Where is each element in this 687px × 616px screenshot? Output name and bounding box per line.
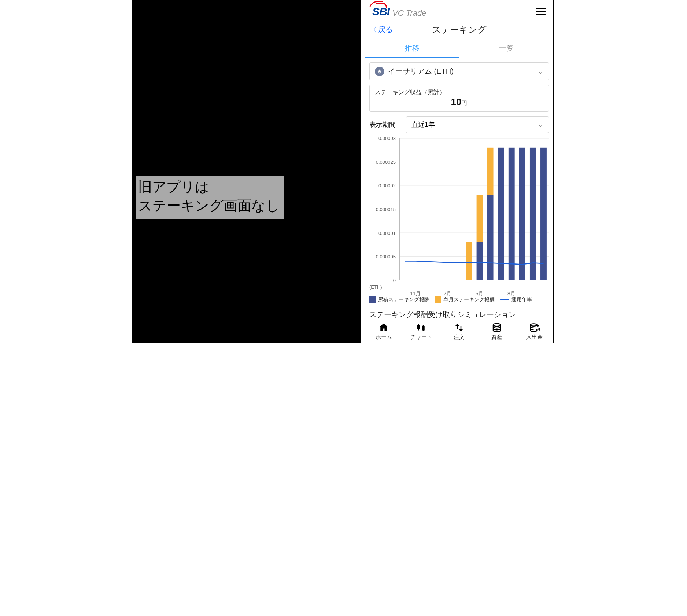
chevron-down-icon: ⌄ (538, 121, 543, 129)
nav-chart[interactable]: チャート (403, 320, 440, 343)
back-label: 戻る (378, 25, 393, 34)
new-app-panel: SBI VC Trade 〈 戻る ステーキング (365, 0, 554, 343)
candlestick-icon (403, 322, 440, 333)
svg-rect-8 (477, 242, 483, 280)
revenue-value: 10円 (375, 96, 543, 108)
app-header: SBI VC Trade (365, 0, 553, 22)
asset-name: イーサリアム (ETH) (388, 66, 534, 76)
svg-point-18 (530, 324, 537, 326)
chart-unit: (ETH) (369, 284, 382, 290)
note-line1: 旧アプリは (138, 178, 280, 196)
nav-order[interactable]: 注文 (440, 320, 478, 343)
ethereum-icon (375, 67, 384, 76)
logo-sub: VC Trade (392, 8, 426, 18)
svg-rect-14 (519, 148, 525, 280)
chart-legend: 累積ステーキング報酬 単月ステーキング報酬 運用年率 (369, 296, 549, 303)
svg-rect-13 (509, 148, 515, 280)
logo-brand: SBI (372, 5, 389, 18)
svg-rect-12 (498, 148, 504, 280)
back-button[interactable]: 〈 戻る (370, 25, 393, 34)
tabs: 推移 一覧 (365, 39, 553, 58)
legend-mon: 単月ステーキング報酬 (443, 296, 495, 303)
revenue-label: ステーキング収益（累計） (375, 89, 543, 96)
svg-rect-16 (540, 148, 547, 280)
period-select[interactable]: 直近1年 ⌄ (406, 116, 549, 133)
revenue-box: ステーキング収益（累計） 10円 (369, 85, 549, 112)
staking-chart: 00.0000050.000010.0000150.000020.0000250… (369, 136, 549, 294)
svg-rect-11 (487, 148, 494, 195)
menu-icon[interactable] (536, 8, 546, 15)
old-app-note: 旧アプリは ステーキング画面なし (136, 176, 284, 219)
legend-yield: 運用年率 (511, 296, 532, 303)
home-icon (365, 322, 403, 333)
app-logo: SBI VC Trade (372, 5, 426, 18)
deposit-icon (516, 322, 553, 333)
asset-selector[interactable]: イーサリアム (ETH) ⌄ (369, 62, 549, 80)
nav-asset[interactable]: 資産 (478, 320, 516, 343)
old-app-panel: 旧アプリは ステーキング画面なし (132, 0, 361, 343)
chevron-down-icon: ⌄ (538, 67, 543, 75)
bottom-nav: ホーム チャート 注文 (365, 320, 553, 343)
svg-rect-9 (477, 195, 483, 242)
legend-cum: 累積ステーキング報酬 (378, 296, 429, 303)
svg-rect-15 (530, 148, 536, 280)
nav-deposit[interactable]: 入出金 (516, 320, 553, 343)
chevron-left-icon: 〈 (370, 25, 377, 34)
page-title: ステーキング (365, 24, 553, 36)
period-label: 表示期間： (369, 120, 402, 129)
svg-point-17 (493, 324, 501, 327)
simulation-title: ステーキング報酬受け取りシミュレーション (369, 310, 549, 320)
tab-list[interactable]: 一覧 (459, 39, 553, 58)
coins-icon (478, 322, 516, 333)
note-line2: ステーキング画面なし (138, 196, 280, 215)
nav-home[interactable]: ホーム (365, 320, 403, 343)
period-value: 直近1年 (411, 120, 435, 129)
svg-rect-7 (466, 242, 472, 280)
order-icon (440, 322, 478, 333)
svg-rect-10 (487, 195, 494, 280)
tab-trend[interactable]: 推移 (365, 39, 459, 58)
